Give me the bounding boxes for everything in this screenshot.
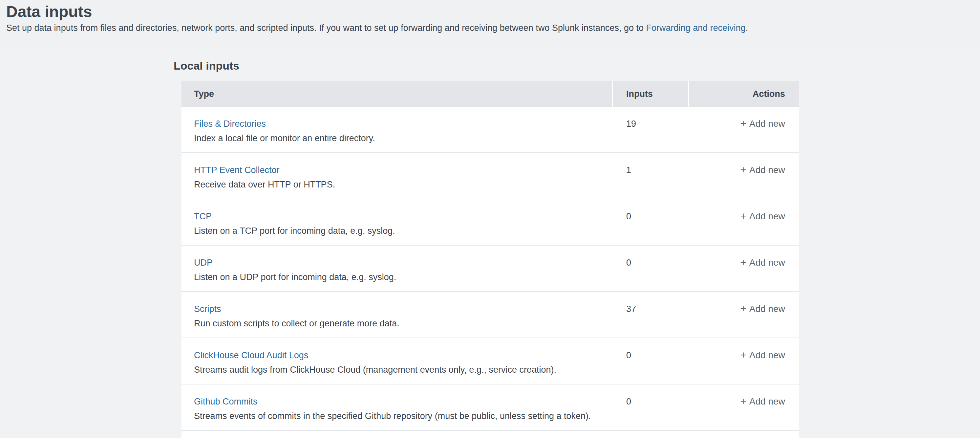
input-type-link[interactable]: UDP (194, 257, 213, 268)
type-cell: Github Commits Streams events of commits… (181, 384, 612, 430)
type-cell: UDP Listen on a UDP port for incoming da… (181, 245, 612, 291)
local-inputs-section: Local inputs Type Inputs Actions Files &… (173, 59, 980, 438)
input-type-description: Listen on a UDP port for incoming data, … (194, 272, 612, 282)
input-type-description: Receive data over HTTP or HTTPS. (194, 179, 612, 190)
column-header-type: Type (181, 81, 612, 107)
input-type-description: Index a local file or monitor an entire … (194, 133, 612, 143)
add-new-button[interactable]: +Add new (740, 304, 785, 314)
table-row: TCP Listen on a TCP port for incoming da… (181, 199, 799, 245)
type-cell: HTTP Event Collector Receive data over H… (181, 153, 612, 199)
actions-cell: +Add new (689, 245, 799, 291)
page-header-band: Data inputs Set up data inputs from file… (0, 0, 980, 47)
input-type-description: Streams events of commits in the specifi… (194, 411, 612, 421)
input-type-link[interactable]: TCP (194, 211, 212, 221)
actions-cell: +Add new (689, 107, 799, 152)
input-type-link[interactable]: Scripts (194, 304, 221, 314)
add-new-label: Add new (749, 396, 785, 407)
actions-cell: +Add new (689, 199, 799, 245)
type-cell: Files & Directories Index a local file o… (181, 107, 612, 152)
add-new-button[interactable]: +Add new (740, 257, 785, 268)
inputs-count: 0 (613, 245, 688, 291)
add-new-button[interactable]: +Add new (740, 350, 785, 360)
table-row: ClickHouse Cloud Audit Logs Streams audi… (181, 338, 799, 384)
plus-icon: + (740, 350, 746, 360)
column-header-inputs: Inputs (613, 81, 688, 107)
add-new-label: Add new (749, 118, 785, 129)
table-row: Files & Directories Index a local file o… (181, 107, 799, 153)
actions-cell: +Add new (689, 292, 799, 338)
type-cell: ClickHouse Cloud Audit Logs Streams audi… (181, 338, 612, 384)
input-type-description: Streams audit logs from ClickHouse Cloud… (194, 365, 612, 375)
input-type-link[interactable]: Files & Directories (194, 118, 266, 129)
table-row: HTTP Event Collector Receive data over H… (181, 153, 799, 199)
add-new-button[interactable]: +Add new (740, 165, 785, 175)
add-new-button[interactable]: +Add new (740, 211, 785, 221)
inputs-count: 0 (613, 384, 688, 430)
local-inputs-heading: Local inputs (173, 59, 980, 73)
plus-icon: + (740, 257, 746, 268)
table-row: UDP Listen on a UDP port for incoming da… (181, 245, 799, 292)
plus-icon: + (740, 303, 746, 314)
input-type-description: Listen on a TCP port for incoming data, … (194, 226, 612, 236)
column-header-actions: Actions (689, 81, 799, 107)
add-new-label: Add new (749, 257, 785, 268)
actions-cell: +Add new (689, 153, 799, 199)
table-header-row: Type Inputs Actions (181, 81, 799, 107)
type-cell: Scripts Run custom scripts to collect or… (181, 292, 612, 338)
plus-icon: + (740, 118, 746, 129)
inputs-count: 1 (613, 153, 688, 199)
input-type-link[interactable]: HTTP Event Collector (194, 165, 280, 175)
plus-icon: + (740, 164, 746, 175)
input-type-link[interactable]: Github Commits (194, 396, 258, 407)
add-new-button[interactable]: +Add new (740, 118, 785, 129)
add-new-label: Add new (749, 165, 785, 175)
table-row: Github Commits Streams events of commits… (181, 384, 799, 431)
table-row: Scripts Run custom scripts to collect or… (181, 292, 799, 338)
next-row-partial (181, 431, 799, 438)
add-new-button[interactable]: +Add new (740, 396, 785, 407)
add-new-label: Add new (749, 350, 785, 360)
inputs-count: 37 (613, 292, 688, 338)
inputs-count: 0 (613, 338, 688, 384)
local-inputs-table: Type Inputs Actions Files & Directories … (181, 81, 799, 438)
plus-icon: + (740, 396, 746, 406)
input-type-description: Run custom scripts to collect or generat… (194, 318, 612, 329)
page-subtitle-period: . (746, 23, 748, 33)
add-new-label: Add new (749, 304, 785, 314)
page-subtitle: Set up data inputs from files and direct… (6, 23, 970, 33)
plus-icon: + (740, 211, 746, 221)
actions-cell: +Add new (689, 384, 799, 430)
actions-cell: +Add new (689, 338, 799, 384)
page-title: Data inputs (6, 2, 970, 22)
table-body: Files & Directories Index a local file o… (181, 107, 799, 438)
type-cell: TCP Listen on a TCP port for incoming da… (181, 199, 612, 245)
forwarding-and-receiving-link[interactable]: Forwarding and receiving (646, 23, 746, 33)
page-subtitle-text: Set up data inputs from files and direct… (6, 23, 646, 33)
add-new-label: Add new (749, 211, 785, 221)
input-type-link[interactable]: ClickHouse Cloud Audit Logs (194, 350, 308, 360)
inputs-count: 0 (613, 199, 688, 245)
inputs-count: 19 (613, 107, 688, 152)
